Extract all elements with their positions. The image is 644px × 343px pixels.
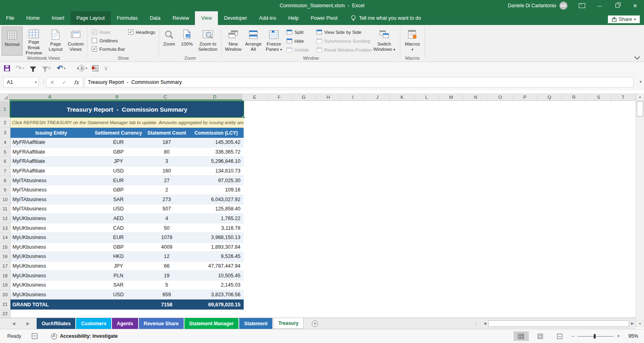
row-header-5[interactable]: 5 [0, 148, 10, 157]
cell-entity[interactable]: MyUKbusiness [10, 262, 92, 271]
cell-currency[interactable]: HKD [92, 252, 145, 262]
row-header-4[interactable]: 4 [0, 138, 10, 148]
row-header-1[interactable]: 1 [0, 101, 10, 117]
column-header-T[interactable]: T [611, 94, 636, 100]
column-header-L[interactable]: L [414, 94, 439, 100]
checkbox-headings[interactable]: ✓Headings [128, 28, 155, 36]
ribbon-tab-page-layout[interactable]: Page Layout [70, 11, 111, 25]
window-item-view-side-by-side[interactable]: View Side by Side [316, 28, 372, 37]
cell-amount[interactable]: 109.16 [188, 185, 244, 195]
empty-cells[interactable] [244, 138, 636, 148]
empty-cells[interactable] [244, 166, 636, 176]
page-layout-view-toggle[interactable] [533, 331, 548, 341]
column-header-J[interactable]: J [365, 94, 390, 100]
row-header-20[interactable]: 20 [0, 290, 10, 300]
row-header-8[interactable]: 8 [0, 176, 10, 185]
row-header-19[interactable]: 19 [0, 281, 10, 290]
cell-currency[interactable]: SAR [92, 195, 145, 205]
cell-currency[interactable]: USD [92, 166, 145, 176]
cell-entity[interactable]: MyFRAaffiliate [10, 157, 92, 166]
user-name[interactable]: Daniele Di Carlantonio [508, 3, 556, 8]
cell-amount[interactable]: 3,116.78 [188, 223, 244, 233]
cell-entity[interactable]: MyUKbusiness [10, 271, 92, 281]
cell-entity[interactable]: MyFRAaffiliate [10, 148, 92, 157]
user-avatar[interactable]: DD [559, 2, 567, 10]
sheet-nav-left-icon[interactable]: ◀ [12, 321, 15, 326]
row-header-22[interactable]: 22 [0, 310, 10, 318]
grand-total-spacer[interactable] [92, 299, 145, 310]
cell-count[interactable]: 66 [145, 262, 188, 271]
column-header-O[interactable]: O [488, 94, 513, 100]
cell-entity[interactable]: MyUKbusiness [10, 223, 92, 233]
report-title-cell[interactable]: Treasury Report - Commission Summary [10, 101, 244, 117]
cancel-entry-icon[interactable]: ✕ [50, 79, 54, 85]
tabstrip-resize-handle[interactable]: ⋮ [474, 321, 478, 326]
column-header-A[interactable]: A [9, 94, 91, 100]
empty-cells[interactable] [244, 195, 636, 205]
note-cell[interactable]: Click REFRESH TREASURY on the Statement … [10, 117, 244, 128]
row-header-11[interactable]: 11 [0, 204, 10, 214]
save-button[interactable] [4, 65, 10, 71]
insert-cells-button[interactable]: ▾ [71, 65, 87, 71]
empty-cells[interactable] [244, 290, 636, 300]
checkbox-formula-bar[interactable]: ✓Formula Bar [92, 45, 125, 53]
scroll-left-icon[interactable]: ◀ [482, 320, 488, 327]
sheet-tab-agents[interactable]: Agents [112, 318, 138, 329]
cell-amount[interactable]: 2,145.03 [188, 281, 244, 290]
cell-amount[interactable]: 5,296,846.10 [188, 157, 244, 166]
new-window-button[interactable]: New Window [224, 27, 243, 56]
zoom-percentage[interactable]: 95% [624, 333, 638, 339]
empty-cells[interactable] [244, 214, 636, 224]
column-header-R[interactable]: R [562, 94, 586, 100]
macro-record-icon[interactable] [32, 333, 37, 339]
row-header-9[interactable]: 9 [0, 185, 10, 195]
sheet-tab-statement-manager[interactable]: Statement Manager [184, 318, 239, 329]
header-statement-count[interactable]: Statement Count [145, 128, 188, 138]
cell-count[interactable]: 19 [145, 271, 188, 281]
switch-windows-button[interactable]: Switch Windows ▾ [373, 27, 396, 56]
cell-amount[interactable]: 336,365.72 [188, 148, 244, 157]
cell-entity[interactable]: MyFRAaffiliate [10, 166, 92, 176]
empty-cells[interactable] [244, 252, 636, 262]
empty-cells[interactable] [244, 243, 636, 252]
ribbon-tab-home[interactable]: Home [20, 11, 46, 25]
ribbon-tab-power-pivot[interactable]: Power Pivot [304, 11, 344, 25]
header-commission[interactable]: Commission (LCY) [188, 128, 244, 138]
row-header-15[interactable]: 15 [0, 243, 10, 252]
zoom-100-button[interactable]: 100 100% [178, 27, 196, 56]
cell-amount[interactable]: 9,526.45 [188, 252, 244, 262]
cell-entity[interactable]: MyITAbusiness [10, 176, 92, 185]
ribbon-tab-help[interactable]: Help [282, 11, 305, 25]
freeze-panes-button[interactable]: Freeze Panes ▾ [264, 27, 284, 56]
row-header-16[interactable]: 16 [0, 252, 10, 262]
name-box-dropdown-icon[interactable]: ▾ [35, 80, 37, 84]
row-header-21[interactable]: 21 [0, 299, 10, 310]
scroll-down-icon[interactable]: ▼ [636, 320, 644, 327]
vertical-scrollbar[interactable]: ▲ ▼ [636, 94, 644, 327]
ribbon-display-options-button[interactable] [573, 0, 591, 11]
zoom-button[interactable]: Zoom [160, 27, 178, 56]
column-header-Q[interactable]: Q [537, 94, 562, 100]
grand-total-amount[interactable]: 69,679,020.15 [188, 299, 244, 310]
cell-amount[interactable]: 3,823,706.56 [188, 290, 244, 300]
horizontal-scrollbar[interactable]: ◀ ▶ [482, 320, 636, 327]
cell-amount[interactable]: 10,505.45 [188, 271, 244, 281]
sheet-tab-customers[interactable]: Customers [76, 318, 111, 329]
cell-entity[interactable]: MyUKbusiness [10, 243, 92, 252]
clear-filter-button[interactable]: ✕ [42, 66, 51, 71]
empty-cells[interactable] [244, 157, 636, 166]
cell-currency[interactable]: AED [92, 214, 145, 224]
empty-cells[interactable] [244, 223, 636, 233]
accessibility-status[interactable]: Accessibility: Investigate [51, 333, 118, 339]
column-header-E[interactable]: E [242, 94, 267, 100]
row-header-7[interactable]: 7 [0, 166, 10, 176]
cell-entity[interactable]: MyUKbusiness [10, 252, 92, 262]
cell-entity[interactable]: MyITAbusiness [10, 195, 92, 205]
row-header-18[interactable]: 18 [0, 271, 10, 281]
macros-button[interactable]: Macros▾ [402, 27, 423, 56]
column-header-M[interactable]: M [439, 94, 464, 100]
row-header-3[interactable]: 3 [0, 128, 10, 138]
header-issuing-entity[interactable]: Issuing Entity [10, 128, 92, 138]
cell-currency[interactable]: PLN [92, 271, 145, 281]
page-break-view-toggle[interactable] [552, 331, 567, 341]
